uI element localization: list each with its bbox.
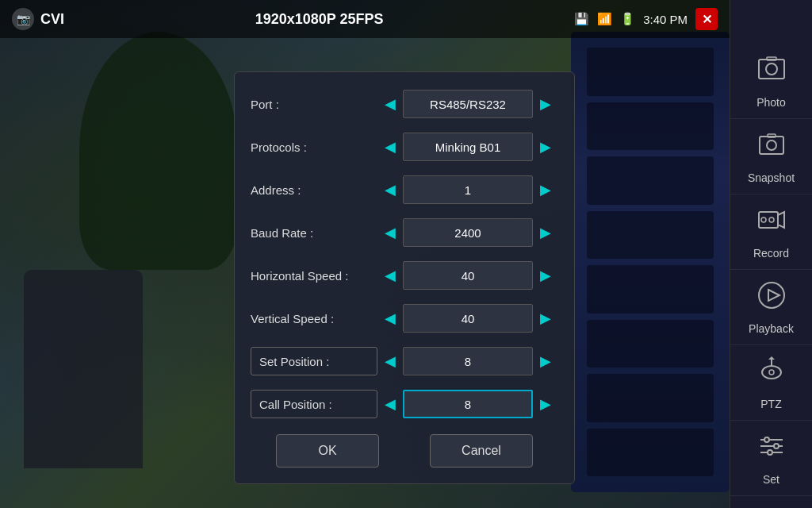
cancel-button[interactable]: Cancel — [430, 434, 533, 468]
field-control-address: ◀ 1 ▶ — [377, 175, 558, 204]
field-value-set_position: 8 — [403, 347, 533, 375]
svg-point-12 — [762, 366, 781, 379]
field-control-port: ◀ RS485/RS232 ▶ — [377, 90, 558, 118]
field-value-baud_rate: 2400 — [403, 218, 533, 247]
arrow-left-horizontal_speed[interactable]: ◀ — [377, 261, 403, 290]
field-row-protocols: Protocols : ◀ Minking B01 ▶ — [251, 131, 558, 163]
field-control-protocols: ◀ Minking B01 ▶ — [377, 133, 558, 161]
time-display: 3:40 PM — [643, 13, 688, 26]
field-row-horizontal_speed: Horizontal Speed : ◀ 40 ▶ — [251, 260, 558, 291]
top-bar: 📷 CVI 1920x1080P 25FPS 💾 📶 🔋 3:40 PM ✕ — [0, 0, 730, 38]
arrow-right-call_position[interactable]: ▶ — [533, 390, 558, 418]
field-label-address: Address : — [251, 183, 377, 197]
svg-rect-0 — [759, 60, 784, 79]
field-label-set_position: Set Position : — [251, 347, 377, 375]
sidebar-btn-ptz[interactable]: PTZ — [730, 345, 813, 421]
svg-point-4 — [767, 140, 776, 150]
svg-point-21 — [768, 450, 772, 455]
right-sidebar: Photo Snapshot Record Playback PTZ — [730, 0, 812, 508]
field-label-vertical_speed: Vertical Speed : — [251, 312, 377, 325]
field-row-port: Port : ◀ RS485/RS232 ▶ — [251, 88, 558, 120]
record-icon — [756, 204, 787, 242]
sidebar-label-photo: Photo — [756, 96, 786, 109]
svg-point-9 — [769, 217, 774, 222]
field-control-set_position: ◀ 8 ▶ — [377, 347, 558, 375]
arrow-right-set_position[interactable]: ▶ — [533, 347, 558, 375]
logo-text: CVI — [40, 11, 64, 28]
svg-point-1 — [766, 64, 777, 75]
sidebar-label-record: Record — [753, 247, 789, 260]
field-label-call_position: Call Position : — [251, 390, 377, 418]
arrow-left-protocols[interactable]: ◀ — [377, 133, 403, 161]
field-control-horizontal_speed: ◀ 40 ▶ — [377, 261, 558, 290]
svg-point-19 — [764, 437, 769, 442]
svg-marker-7 — [778, 212, 784, 228]
playback-icon — [756, 279, 787, 318]
arrow-right-port[interactable]: ▶ — [533, 90, 558, 118]
field-value-protocols: Minking B01 — [403, 133, 533, 161]
field-value-port: RS485/RS232 — [403, 90, 533, 118]
sidebar-label-set: Set — [763, 473, 779, 486]
field-row-address: Address : ◀ 1 ▶ — [251, 174, 558, 206]
field-value-vertical_speed: 40 — [403, 304, 533, 333]
arrow-left-vertical_speed[interactable]: ◀ — [377, 304, 403, 333]
close-button[interactable]: ✕ — [695, 8, 718, 30]
field-label-baud_rate: Baud Rate : — [251, 226, 377, 240]
set-icon — [756, 430, 787, 468]
arrow-left-baud_rate[interactable]: ◀ — [377, 218, 403, 247]
field-value-call_position: 8 — [403, 390, 533, 418]
logo: 📷 CVI — [12, 8, 64, 30]
memory-icon: 💾 — [574, 12, 589, 26]
field-row-set_position: Set Position : ◀ 8 ▶ — [251, 345, 558, 377]
arrow-right-horizontal_speed[interactable]: ▶ — [533, 261, 558, 290]
field-control-call_position: ◀ 8 ▶ — [377, 390, 558, 418]
sidebar-btn-photo[interactable]: Photo — [730, 44, 813, 119]
svg-point-20 — [774, 444, 779, 448]
arrow-right-vertical_speed[interactable]: ▶ — [533, 304, 558, 333]
ok-button[interactable]: OK — [276, 434, 379, 468]
battery-icon: 🔋 — [620, 12, 635, 26]
field-value-address: 1 — [403, 175, 533, 204]
sidebar-label-ptz: PTZ — [760, 398, 781, 410]
sidebar-btn-record[interactable]: Record — [730, 194, 813, 270]
sidebar-label-snapshot: Snapshot — [748, 171, 795, 184]
arrow-right-address[interactable]: ▶ — [533, 175, 558, 204]
field-value-horizontal_speed: 40 — [403, 261, 533, 290]
field-label-port: Port : — [251, 98, 377, 111]
svg-marker-11 — [768, 290, 779, 301]
arrow-left-call_position[interactable]: ◀ — [377, 390, 403, 418]
status-area: 💾 📶 🔋 3:40 PM ✕ — [574, 8, 718, 30]
field-label-horizontal_speed: Horizontal Speed : — [251, 269, 377, 283]
arrow-right-protocols[interactable]: ▶ — [533, 133, 558, 161]
sidebar-btn-set[interactable]: Set — [730, 421, 813, 496]
field-row-vertical_speed: Vertical Speed : ◀ 40 ▶ — [251, 302, 558, 334]
camera-logo-icon: 📷 — [12, 8, 34, 30]
sidebar-btn-playback[interactable]: Playback — [730, 270, 813, 345]
svg-point-8 — [761, 217, 766, 222]
field-control-baud_rate: ◀ 2400 ▶ — [377, 218, 558, 247]
field-control-vertical_speed: ◀ 40 ▶ — [377, 304, 558, 333]
signal-icon: 📶 — [597, 12, 612, 26]
stream-title: 1920x1080P 25FPS — [64, 11, 574, 28]
arrow-left-set_position[interactable]: ◀ — [377, 347, 403, 375]
svg-point-15 — [769, 370, 774, 375]
arrow-left-port[interactable]: ◀ — [377, 90, 403, 118]
sidebar-label-playback: Playback — [749, 322, 794, 335]
arrow-right-baud_rate[interactable]: ▶ — [533, 218, 558, 247]
ptz-icon — [756, 355, 787, 393]
svg-rect-3 — [760, 137, 783, 154]
field-row-baud_rate: Baud Rate : ◀ 2400 ▶ — [251, 217, 558, 248]
dialog-buttons-row: OK Cancel — [251, 434, 558, 468]
sidebar-btn-snapshot[interactable]: Snapshot — [730, 119, 813, 194]
ptz-settings-dialog: Port : ◀ RS485/RS232 ▶ Protocols : ◀ Min… — [234, 71, 575, 484]
svg-marker-14 — [768, 356, 775, 360]
field-row-call_position: Call Position : ◀ 8 ▶ — [251, 388, 558, 420]
field-label-protocols: Protocols : — [251, 140, 377, 154]
snapshot-icon — [756, 129, 787, 167]
photo-icon — [756, 53, 787, 91]
arrow-left-address[interactable]: ◀ — [377, 175, 403, 204]
